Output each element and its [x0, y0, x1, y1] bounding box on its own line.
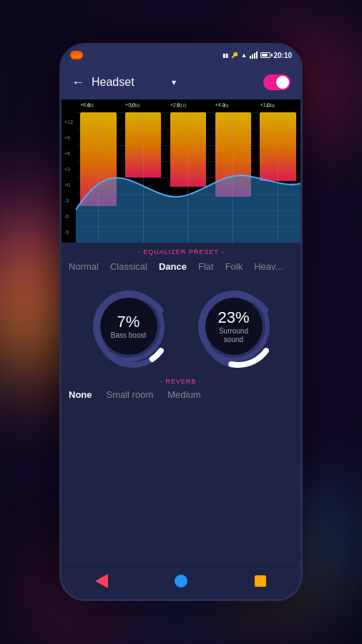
eq-value-14k: +1.0: [260, 102, 270, 107]
reverb-section: - REVERB - None Small room Medium: [62, 374, 300, 409]
preset-normal[interactable]: Normal: [69, 261, 99, 272]
preset-folk[interactable]: Folk: [225, 261, 243, 272]
preset-dance[interactable]: Dance: [159, 261, 187, 272]
db-label-0: +0: [64, 177, 73, 192]
signal-bar-1: [250, 56, 251, 59]
signal-bars: [250, 52, 258, 59]
eq-bars-container: +6.0 +0.0 +2.0 +4.0: [76, 112, 300, 243]
power-toggle[interactable]: [263, 74, 290, 90]
reverb-list: None Small room Medium: [62, 386, 300, 404]
nav-back-icon: [95, 574, 108, 588]
eq-bar-4k[interactable]: +4.0: [210, 112, 255, 243]
nav-recents-icon: [255, 575, 266, 587]
db-label-n12: -12: [64, 240, 73, 243]
phone-shell: ▮▮ 🔑 ▲ 20:10 ← Headset ▾ +12 +9 +: [59, 43, 303, 601]
content-spacer: [62, 409, 300, 562]
eq-value-230: +0.0: [125, 102, 135, 107]
bottom-navigation: [62, 562, 300, 599]
status-bar: ▮▮ 🔑 ▲ 20:10: [62, 45, 300, 65]
signal-bar-3: [254, 53, 255, 59]
eq-bar-910[interactable]: +2.0: [166, 112, 211, 243]
signal-bar-4: [256, 52, 258, 59]
bass-boost-knob[interactable]: 7% Bass boost: [93, 291, 165, 362]
eq-preset-title: - EQUALIZER PRESET -: [62, 243, 300, 258]
eq-bar-14k-fill: +1.0: [260, 112, 295, 181]
eq-value-4k: +4.0: [215, 102, 225, 107]
knobs-section: 7% Bass boost 23% Surround sound: [62, 279, 300, 374]
db-label-n6: -6: [64, 208, 73, 224]
eq-bar-14k[interactable]: +1.0: [255, 112, 300, 243]
db-label-3: +3: [64, 161, 73, 177]
db-label-9: +9: [64, 130, 73, 145]
eq-bar-230-fill: +0.0: [125, 112, 161, 177]
db-labels: +12 +9 +6 +3 +0 -3 -6 -9 -12: [64, 114, 73, 243]
db-label-6: +6: [64, 145, 73, 161]
reverb-title: - REVERB -: [62, 374, 300, 386]
db-label-12: +12: [64, 114, 73, 130]
key-icon: 🔑: [231, 52, 238, 59]
eq-bar-230[interactable]: +0.0: [121, 112, 166, 243]
eq-preset-section: - EQUALIZER PRESET - Normal Classical Da…: [62, 243, 300, 279]
signal-bar-2: [252, 54, 253, 59]
preset-classical[interactable]: Classical: [110, 261, 147, 272]
eq-bar-910-fill: +2.0: [170, 112, 206, 187]
nav-home-button[interactable]: [165, 565, 197, 597]
soundcloud-icon: [70, 51, 83, 59]
surround-sound-knob-inner: 23% Surround sound: [205, 298, 263, 355]
signal-icon: ▮▮: [222, 52, 228, 59]
surround-sound-value: 23%: [217, 308, 249, 327]
surround-sound-knob[interactable]: 23% Surround sound: [198, 291, 270, 362]
eq-value-60: +6.0: [80, 102, 90, 107]
eq-bar-60-fill: +6.0: [80, 112, 116, 206]
bass-boost-knob-inner: 7% Bass boost: [100, 298, 157, 355]
source-label: Headset: [92, 76, 165, 89]
dropdown-arrow-icon[interactable]: ▾: [172, 77, 176, 87]
reverb-small-room[interactable]: Small room: [107, 389, 154, 400]
nav-recents-button[interactable]: [245, 565, 276, 597]
db-label-n3: -3: [64, 192, 73, 208]
back-button[interactable]: ←: [72, 75, 84, 90]
reverb-none[interactable]: None: [69, 389, 92, 400]
status-time: 20:10: [273, 52, 292, 59]
battery-fill: [262, 54, 267, 57]
eq-preset-list: Normal Classical Dance Flat Folk Heav...: [62, 258, 300, 279]
bass-boost-container: 7% Bass boost: [93, 291, 165, 362]
surround-sound-label: Surround sound: [219, 327, 248, 344]
wifi-icon: ▲: [241, 52, 248, 59]
eq-bar-4k-fill: +4.0: [215, 112, 251, 197]
battery-icon: [260, 52, 270, 58]
status-right: ▮▮ 🔑 ▲ 20:10: [222, 52, 293, 59]
bass-boost-label: Bass boost: [111, 331, 146, 340]
nav-back-button[interactable]: [86, 565, 117, 597]
bass-boost-value: 7%: [117, 313, 140, 331]
nav-home-icon: [175, 575, 187, 587]
status-left: [70, 51, 83, 59]
db-label-n9: -9: [64, 224, 73, 240]
top-bar: ← Headset ▾: [62, 65, 300, 99]
preset-flat[interactable]: Flat: [198, 261, 214, 272]
reverb-medium[interactable]: Medium: [167, 389, 200, 400]
eq-bar-60[interactable]: +6.0: [76, 112, 121, 243]
eq-value-910: +2.0: [170, 102, 180, 107]
preset-heavy[interactable]: Heav...: [254, 261, 283, 272]
surround-sound-container: 23% Surround sound: [198, 291, 270, 362]
equalizer-display: +12 +9 +6 +3 +0 -3 -6 -9 -12 60 230 910: [62, 99, 300, 243]
